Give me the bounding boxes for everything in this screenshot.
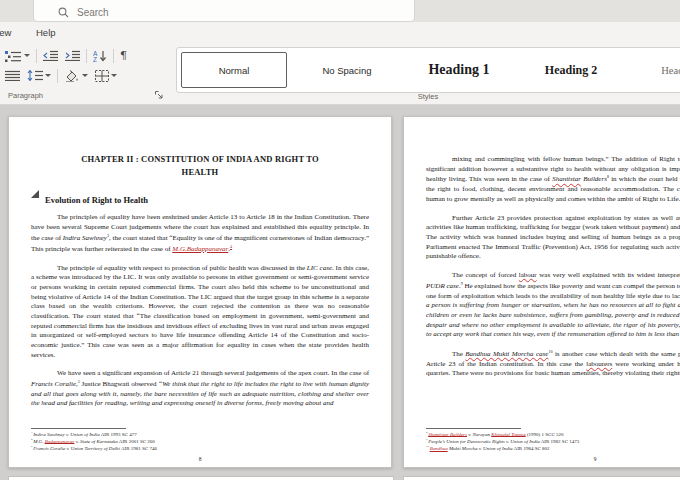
divider xyxy=(86,49,87,63)
word-application-window: Search View Help xyxy=(0,0,680,480)
paragraph[interactable]: We have seen a significant expansion of … xyxy=(31,369,369,409)
divider xyxy=(57,69,58,83)
increase-indent-button[interactable] xyxy=(64,49,81,62)
chevron-down-icon xyxy=(111,74,117,77)
footnote: 9 People’s Union for Democratic Rights v… xyxy=(426,438,680,445)
document-page-right[interactable]: mixing and commingling with fellow human… xyxy=(403,116,680,468)
footnotes[interactable]: 8 Shantistar Builders v. Narayan Khimala… xyxy=(426,428,680,452)
search-icon xyxy=(58,7,69,18)
title-bar: Search xyxy=(0,0,680,22)
shading-button[interactable] xyxy=(63,69,89,83)
chapter-title-line-1: CHAPTER II : CONSTITUTION OF INDIA AND R… xyxy=(31,153,369,166)
style-heading-2[interactable]: Heading 2 xyxy=(515,51,627,89)
search-placeholder: Search xyxy=(77,7,109,18)
paragraph-dialog-launcher[interactable] xyxy=(154,90,164,100)
next-page-left-stub xyxy=(8,476,394,480)
sort-button[interactable]: A Z xyxy=(92,49,108,63)
footnote: 8 Shantistar Builders v. Narayan Khimala… xyxy=(426,431,680,438)
next-page-right-stub xyxy=(403,476,680,480)
collapse-heading-triangle-icon[interactable] xyxy=(31,190,39,198)
paragraph-group: A Z ¶ xyxy=(4,47,172,87)
line-spacing-button[interactable] xyxy=(26,69,52,82)
page-number: 8 xyxy=(9,456,391,462)
chevron-down-icon xyxy=(82,74,88,77)
divider xyxy=(36,49,37,63)
styles-gallery: Normal No Spacing Heading 1 Heading 2 He… xyxy=(176,47,680,93)
style-normal[interactable]: Normal xyxy=(181,52,287,88)
footnote: 5 Francis Coralie v. Union Territory of … xyxy=(31,445,369,452)
search-input[interactable]: Search xyxy=(33,0,415,22)
footnote-separator xyxy=(31,428,126,429)
style-no-spacing[interactable]: No Spacing xyxy=(291,51,403,89)
tab-view[interactable]: View xyxy=(0,27,11,38)
ribbon: A Z ¶ xyxy=(0,44,680,105)
footnote: 3 Indira Sawhney v. Union of India AIR 1… xyxy=(31,431,369,438)
page-number: 9 xyxy=(404,456,680,462)
styles-group-label: Styles xyxy=(176,92,680,101)
footnote-separator xyxy=(426,428,521,429)
borders-button[interactable] xyxy=(94,69,118,83)
svg-text:Z: Z xyxy=(93,56,97,62)
footnotes[interactable]: 3 Indira Sawhney v. Union of India AIR 1… xyxy=(31,428,369,452)
paragraph[interactable]: The principles of equality have been ens… xyxy=(31,213,369,254)
decrease-indent-button[interactable] xyxy=(42,49,59,62)
paragraph[interactable]: Further Article 23 provides protection a… xyxy=(426,214,680,262)
style-heading-3[interactable]: Heading 3 xyxy=(627,51,680,89)
tab-help[interactable]: Help xyxy=(36,27,56,38)
pilcrow-icon: ¶ xyxy=(120,50,127,61)
paragraph[interactable]: The concept of forced labour was very we… xyxy=(426,271,680,340)
paragraph[interactable]: The principle of equality with respect t… xyxy=(31,264,369,361)
divider xyxy=(113,49,114,63)
paragraph[interactable]: The Bandhua Mukti Morcha case10 is anoth… xyxy=(426,349,680,379)
show-paragraph-marks-button[interactable]: ¶ xyxy=(119,49,128,62)
style-heading-1[interactable]: Heading 1 xyxy=(403,51,515,89)
document-canvas: CHAPTER II : CONSTITUTION OF INDIA AND R… xyxy=(0,105,680,480)
multilevel-list-button[interactable] xyxy=(4,49,31,63)
section-heading: Evolution of Right to Health xyxy=(45,195,148,205)
chapter-title-line-2: HEALTH xyxy=(31,166,369,179)
paragraph-group-label: Paragraph xyxy=(8,91,43,100)
document-page-left[interactable]: CHAPTER II : CONSTITUTION OF INDIA AND R… xyxy=(8,116,392,468)
footnote: 4 M.G. Badappanavar v. State of Karnatak… xyxy=(31,438,369,445)
footnote: 10 Bandhua Mukti Morcha v. Union of Indi… xyxy=(426,445,680,452)
ribbon-tab-bar: View Help xyxy=(0,22,680,44)
paragraph[interactable]: mixing and commingling with fellow human… xyxy=(426,155,680,205)
chevron-down-icon xyxy=(45,74,51,77)
justify-button[interactable] xyxy=(4,69,21,82)
chevron-down-icon xyxy=(24,54,30,57)
